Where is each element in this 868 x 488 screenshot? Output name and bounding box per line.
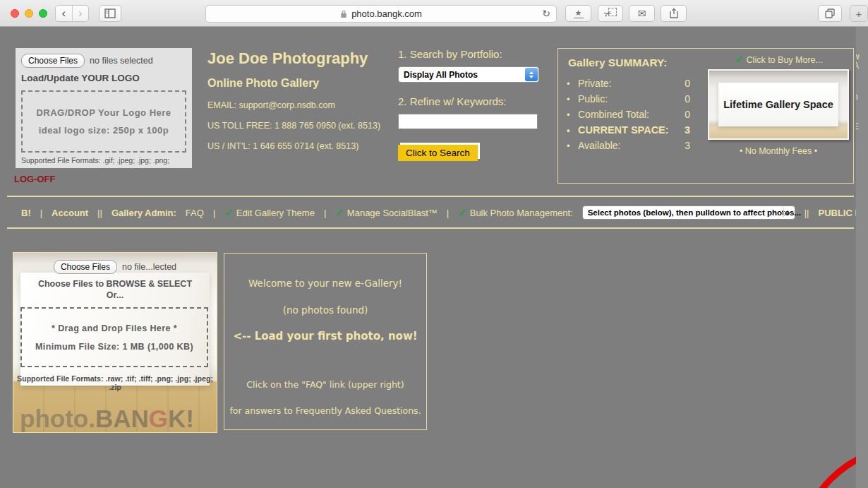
favorites-button[interactable]: ★ [565,5,591,22]
summary-label: CURRENT SPACE: [578,124,685,136]
brand-block: Joe Doe Photography Online Photo Gallery… [207,49,380,151]
portfolio-select[interactable]: Display All Photos [398,66,539,83]
share-button[interactable] [661,5,687,22]
photo-upload-panel: Choose Files no file...lected Choose Fil… [13,252,217,433]
clipped-content-edge: w A n E f [856,27,868,488]
bullet-icon: • [567,94,578,105]
summary-value: 0 [685,109,690,120]
nav-separator: | [213,208,215,218]
keywords-input[interactable] [398,114,538,129]
summary-title: Gallery SUMMARY: [568,56,667,69]
summary-row-private: • Private: 0 [567,76,690,91]
nav-label-bulk: ✓Bulk Photo Management: [458,206,573,219]
summary-value: 0 [685,78,690,89]
logo-supported-formats: Supported File Formats: .gif; .jpeg; .jp… [21,156,169,165]
search-button[interactable]: Click to Search [398,145,478,161]
mail-button[interactable]: ✉ [629,5,655,22]
logo-dropzone-line1: DRAG/DROP Your Logo Here [36,107,171,118]
minimize-window-button[interactable] [25,9,33,18]
nav-separator: || [97,208,102,218]
welcome-line1: Welcome to your new e-Gallery! [224,278,426,289]
gallery-title: Joe Doe Photography [207,49,380,68]
nav-separator: | [40,208,42,218]
edge-fragment: n [856,92,858,102]
portfolio-selected-value: Display All Photos [404,70,478,80]
contact-email: EMAIL: support@corp.nsdb.com [207,100,380,110]
close-window-button[interactable] [11,9,19,18]
bulk-label: Bulk Photo Management: [470,208,573,218]
lifetime-space-promo-image[interactable]: Lifetime Gallery Space [708,69,849,140]
nav-item-account[interactable]: Account [52,208,88,218]
nav-divider-bottom [7,227,854,229]
check-icon: ✓ [458,206,467,218]
nav-item-edit-theme[interactable]: ✓Edit Gallery Theme [224,206,315,219]
plus-icon: + [856,8,862,20]
scissors-icon: ✂ [604,8,617,19]
check-icon: ✓ [735,53,744,65]
forward-icon: › [78,6,83,20]
edge-fragment: A [856,61,859,71]
watermark-part: K! [168,405,194,432]
reload-icon: ↻ [542,8,550,19]
gallery-subtitle: Online Photo Gallery [207,77,380,90]
logo-dropzone[interactable]: DRAG/DROP Your Logo Here ideal logo size… [21,90,186,153]
nav-separator: | [447,208,449,218]
logo-upload-panel: Choose Files no files selected Load/Upda… [16,48,192,168]
buy-more-link[interactable]: ✓Click to Buy More... [706,53,851,66]
search-panel: 1. Search by Portfolio: Display All Phot… [398,48,546,161]
summary-list: • Private: 0 • Public: 0 • Combined Tota… [567,76,690,153]
bulk-actions-select[interactable]: Select photos (below), then pulldown to … [582,206,795,220]
web-clip-button[interactable]: ✂ [598,5,623,22]
summary-label: Public: [578,93,685,105]
check-icon: ✓ [224,206,234,218]
summary-row-available: • Available: 3 [567,138,690,153]
logo-no-files-text: no files selected [90,56,153,66]
socialblast-label: Manage SocialBlast™ [347,208,438,218]
sidebar-icon [104,8,116,19]
watermark-part: G [149,405,168,432]
photo-choose-files-button[interactable]: Choose Files [54,260,117,274]
bullet-icon: • [567,125,578,136]
reload-button[interactable]: ↻ [542,8,550,19]
nav-item-faq[interactable]: FAQ [186,208,204,218]
address-bar[interactable]: photo.bangk.com ↻ [205,5,557,23]
summary-value: 3 [685,140,690,151]
watermark-part: photo. [20,405,95,432]
check-icon: ✓ [335,206,344,218]
page-content: Choose Files no files selected Load/Upda… [0,27,868,488]
search-step1-label: 1. Search by Portfolio: [398,48,546,60]
logo-panel-title: Load/Update YOUR LOGO [21,73,192,83]
mail-icon: ✉ [638,8,646,19]
summary-value: 3 [685,124,690,136]
nav-separator: | [324,208,326,218]
new-tab-button[interactable]: + [850,5,868,22]
nav-label-gallery-admin: Gallery Admin: [111,208,176,218]
gallery-summary-panel: Gallery SUMMARY: • Private: 0 • Public: … [557,48,854,184]
photobangk-watermark: photo.BANGK! [20,406,194,431]
search-step2-label: 2. Refine w/ Keywords: [398,95,546,107]
summary-row-current-space: • CURRENT SPACE: 3 [567,122,690,138]
nav-separator: || [804,208,809,218]
share-icon [668,8,680,19]
window-controls [11,9,47,18]
history-nav-group: ‹ › [55,5,89,22]
welcome-line2: (no photos found) [224,304,426,316]
photo-dropzone[interactable]: * Drag and Drop Files Here * Minimum Fil… [20,307,208,367]
tab-overview-button[interactable] [818,5,842,22]
log-off-link[interactable]: LOG-OFF [14,174,56,184]
nav-item-socialblast[interactable]: ✓Manage SocialBlast™ [335,206,437,219]
zoom-window-button[interactable] [39,9,47,18]
back-button[interactable]: ‹ [56,6,72,21]
photo-supported-formats: Supported File Formats: .raw; .tif; .tif… [13,374,217,391]
summary-label: Combined Total: [578,109,685,120]
nav-item-b[interactable]: B! [21,208,31,218]
edge-fragment: E [856,121,859,131]
bullet-icon: • [567,109,578,120]
or-text: Or... [13,290,217,300]
forward-button[interactable]: › [72,6,89,21]
promo-caption: • No Monthly Fees • [708,146,849,156]
logo-choose-files-button[interactable]: Choose Files [21,54,85,68]
sidebar-button[interactable] [99,5,121,22]
select-stepper-icon [783,208,792,218]
bullet-icon: • [567,78,578,89]
